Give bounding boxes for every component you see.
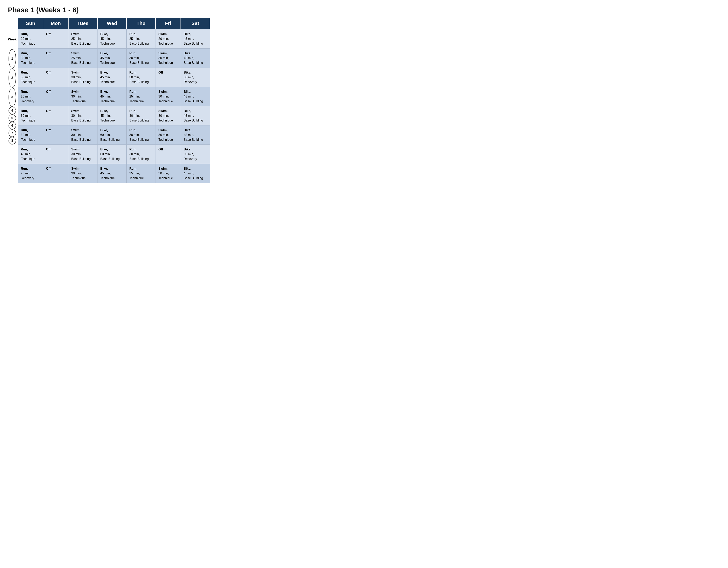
cell-w1-d3: Bike,45 min, Technique — [97, 29, 127, 49]
cell-w6-d4: Run,30 min, Base Building — [126, 125, 156, 145]
cell-activity: Bike, — [100, 32, 108, 36]
cell-activity: Run, — [129, 167, 137, 170]
cell-w6-d3: Bike,60 min, Base Building — [97, 125, 127, 145]
cell-w5-d2: Swim,30 min, Base Building — [68, 106, 97, 125]
cell-w7-d6: Bike,30 min, Recovery — [181, 145, 210, 164]
week-num-4: 4 — [9, 107, 16, 114]
week-num-5: 5 — [9, 114, 16, 122]
cell-w3-d1: Off — [43, 68, 68, 87]
cell-activity: Run, — [21, 90, 28, 93]
week-circle-5: 5 — [9, 114, 16, 122]
header-day-tues: Tues — [68, 18, 97, 29]
cell-activity: Bike, — [100, 52, 108, 55]
cell-activity: Off — [46, 128, 51, 132]
table-row: Run,20 min, RecoveryOffSwim,30 min, Tech… — [18, 164, 210, 183]
cell-w5-d4: Run,30 min, Base Building — [126, 106, 156, 125]
cell-w3-d6: Bike,30 min, Recovery — [181, 68, 210, 87]
cell-activity: Bike, — [184, 167, 191, 170]
cell-activity: Run, — [129, 109, 137, 113]
week-num-7: 7 — [9, 129, 16, 137]
cell-w6-d5: Swim,30 min, Technique — [156, 125, 181, 145]
cell-activity: Run, — [21, 167, 28, 170]
cell-activity: Off — [46, 109, 51, 113]
cell-w4-d5: Swim,30 min, Technique — [156, 87, 181, 106]
cell-activity: Run, — [21, 128, 28, 132]
cell-activity: Swim, — [71, 109, 80, 113]
cell-w4-d6: Bike,45 min, Base Building — [181, 87, 210, 106]
week-column-header: Week — [8, 30, 17, 49]
week-num-1: 1 — [9, 49, 16, 68]
table-row: Run,30 min, TechniqueOffSwim,30 min, Bas… — [18, 68, 210, 87]
week-column: Week 12345678 — [8, 30, 17, 144]
cell-w6-d1: Off — [43, 125, 68, 145]
cell-activity: Swim, — [71, 167, 80, 170]
cell-w7-d0: Run,45 min, Technique — [18, 145, 43, 164]
table-body: Run,20 min, TechniqueOffSwim,25 min, Bas… — [18, 29, 210, 183]
cell-activity: Swim, — [71, 32, 80, 36]
cell-w7-d4: Run,30 min, Base Building — [126, 145, 156, 164]
table-row: Run,30 min, TechniqueOffSwim,30 min, Bas… — [18, 125, 210, 145]
table-row: Run,20 min, RecoveryOffSwim,30 min, Tech… — [18, 87, 210, 106]
cell-activity: Off — [159, 148, 163, 151]
cell-activity: Swim, — [71, 128, 80, 132]
cell-w8-d0: Run,20 min, Recovery — [18, 164, 43, 183]
cell-w1-d0: Run,20 min, Technique — [18, 29, 43, 49]
cell-w3-d0: Run,30 min, Technique — [18, 68, 43, 87]
cell-activity: Bike, — [100, 90, 108, 93]
cell-w6-d2: Swim,30 min, Base Building — [68, 125, 97, 145]
cell-w2-d1: Off — [43, 49, 68, 68]
cell-activity: Swim, — [159, 109, 168, 113]
cell-w4-d0: Run,20 min, Recovery — [18, 87, 43, 106]
schedule-table: SunMonTuesWedThuFriSat Run,20 min, Techn… — [18, 17, 210, 183]
cell-activity: Bike, — [184, 52, 191, 55]
cell-w5-d6: Bike,45 min, Base Building — [181, 106, 210, 125]
week-circle-3: 3 — [9, 88, 16, 107]
cell-w5-d0: Run,30 min, Technique — [18, 106, 43, 125]
cell-activity: Bike, — [184, 128, 191, 132]
cell-activity: Swim, — [71, 90, 80, 93]
cell-activity: Swim, — [159, 128, 168, 132]
cell-activity: Bike, — [100, 109, 108, 113]
cell-w5-d3: Bike,45 min, Technique — [97, 106, 127, 125]
cell-w2-d3: Bike,45 min, Technique — [97, 49, 127, 68]
week-circle-6: 6 — [9, 122, 16, 129]
schedule-wrapper: Week 12345678 SunMonTuesWedThuFriSat Run… — [8, 17, 210, 183]
cell-w7-d5: Off — [156, 145, 181, 164]
cell-activity: Bike, — [184, 148, 191, 151]
table-row: Run,30 min, TechniqueOffSwim,30 min, Bas… — [18, 106, 210, 125]
cell-activity: Run, — [21, 32, 28, 36]
table-row: Run,20 min, TechniqueOffSwim,25 min, Bas… — [18, 29, 210, 49]
cell-w7-d3: Bike,60 min, Base Building — [97, 145, 127, 164]
cell-activity: Bike, — [184, 90, 191, 93]
cell-activity: Off — [46, 32, 51, 36]
week-num-8: 8 — [9, 137, 16, 144]
cell-w4-d4: Run,25 min, Technique — [126, 87, 156, 106]
cell-w3-d4: Run,30 min, Base Building — [126, 68, 156, 87]
cell-w7-d1: Off — [43, 145, 68, 164]
cell-w7-d2: Swim,30 min, Base Building — [68, 145, 97, 164]
week-circle-8: 8 — [9, 137, 16, 144]
cell-activity: Swim, — [159, 90, 168, 93]
table-row: Run,30 min, TechniqueOffSwim,25 min, Bas… — [18, 49, 210, 68]
cell-w4-d3: Bike,45 min, Technique — [97, 87, 127, 106]
cell-w2-d4: Run,30 min, Base Building — [126, 49, 156, 68]
cell-activity: Swim, — [71, 71, 80, 74]
cell-activity: Swim, — [159, 167, 168, 170]
cell-w3-d3: Bike,45 min, Technique — [97, 68, 127, 87]
cell-activity: Off — [46, 148, 51, 151]
cell-activity: Run, — [129, 90, 137, 93]
week-circle-1: 1 — [9, 49, 16, 68]
cell-w2-d2: Swim,25 min, Base Building — [68, 49, 97, 68]
header-day-sat: Sat — [181, 18, 210, 29]
cell-activity: Bike, — [184, 71, 191, 74]
cell-activity: Bike, — [184, 109, 191, 113]
cell-activity: Swim, — [159, 32, 168, 36]
cell-activity: Swim, — [159, 52, 168, 55]
cell-w6-d6: Bike,45 min, Base Building — [181, 125, 210, 145]
cell-activity: Run, — [129, 148, 137, 151]
header-day-wed: Wed — [97, 18, 127, 29]
cell-w2-d5: Swim,30 min, Technique — [156, 49, 181, 68]
cell-activity: Run, — [129, 71, 137, 74]
cell-activity: Bike, — [100, 167, 108, 170]
header-day-mon: Mon — [43, 18, 68, 29]
